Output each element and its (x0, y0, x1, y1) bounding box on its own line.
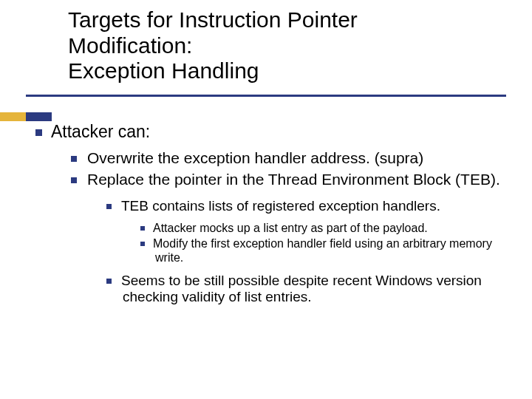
square-bullet-icon (71, 177, 77, 183)
l2-text: Overwrite the exception handler address.… (87, 149, 423, 166)
title-line-3: Exception Handling (68, 58, 259, 83)
square-bullet-icon (35, 129, 42, 136)
l3-text: TEB contains lists of registered excepti… (121, 198, 440, 214)
square-bullet-icon (106, 204, 112, 209)
bullet-l4: Modify the first exception handler field… (140, 237, 510, 265)
accent-gold (0, 112, 26, 121)
title-underline (26, 95, 506, 97)
slide-title: Targets for Instruction Pointer Modifica… (68, 7, 502, 84)
slide: Targets for Instruction Pointer Modifica… (0, 0, 532, 399)
bullet-l3: Seems to be still possible despite recen… (106, 273, 510, 306)
title-line-2: Modification: (68, 33, 192, 58)
accent-stripe (0, 111, 52, 120)
bullet-l2: Overwrite the exception handler address.… (71, 149, 510, 168)
accent-navy (26, 112, 52, 121)
square-bullet-icon (71, 156, 77, 162)
l2-text: Replace the pointer in the Thread Enviro… (87, 171, 500, 188)
bullet-l2: Replace the pointer in the Thread Enviro… (71, 171, 510, 189)
l4-text: Attacker mocks up a list entry as part o… (153, 222, 428, 234)
bullet-l4: Attacker mocks up a list entry as part o… (140, 222, 510, 236)
l4-text: Modify the first exception handler field… (153, 237, 492, 264)
square-bullet-icon (140, 242, 145, 246)
l1-text: Attacker can: (51, 122, 150, 141)
l3-group: TEB contains lists of registered excepti… (106, 198, 510, 306)
square-bullet-icon (106, 279, 112, 284)
title-block: Targets for Instruction Pointer Modifica… (68, 7, 502, 84)
bullet-l3: TEB contains lists of registered excepti… (106, 198, 510, 214)
square-bullet-icon (140, 226, 145, 231)
title-line-1: Targets for Instruction Pointer (68, 7, 358, 32)
l2-group: Overwrite the exception handler address.… (71, 149, 510, 305)
l4-group: Attacker mocks up a list entry as part o… (140, 222, 510, 265)
body-text: Attacker can: Overwrite the exception ha… (35, 122, 510, 309)
l3-text: Seems to be still possible despite recen… (121, 273, 482, 304)
bullet-l1: Attacker can: (35, 122, 510, 142)
